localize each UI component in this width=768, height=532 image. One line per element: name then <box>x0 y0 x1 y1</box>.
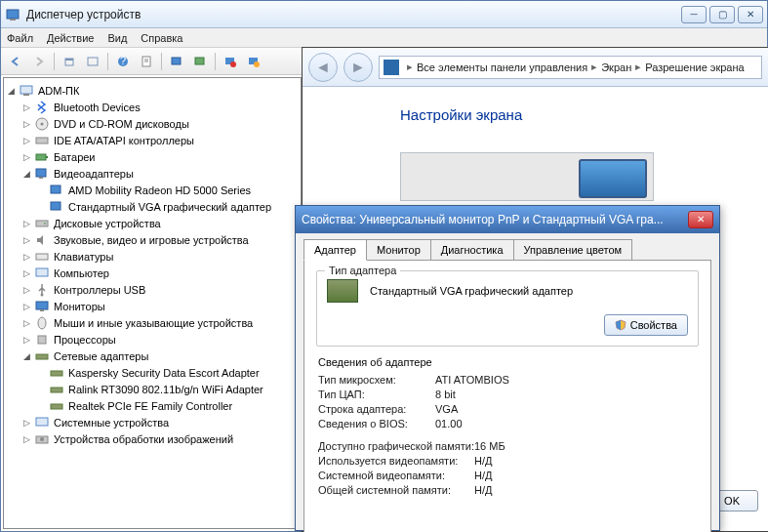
value-graphics-memory: 16 МБ <box>474 440 505 452</box>
breadcrumb-display[interactable]: Экран <box>601 61 631 73</box>
tree-computer[interactable]: ▷Компьютер <box>6 265 299 281</box>
svg-point-34 <box>38 317 46 329</box>
svg-rect-39 <box>51 404 62 409</box>
svg-point-19 <box>41 122 44 125</box>
toolbar-show[interactable] <box>82 51 103 72</box>
group-title: Сведения об адаптере <box>318 356 697 368</box>
expand-icon[interactable]: ▷ <box>21 118 32 129</box>
tree-net-kaspersky[interactable]: Kaspersky Security Data Escort Adapter <box>6 364 299 381</box>
close-button[interactable]: ✕ <box>738 6 763 23</box>
label-system-video-memory: Системной видеопамяти: <box>318 470 474 481</box>
monitor-thumbnail[interactable] <box>579 159 647 198</box>
adapter-properties-button[interactable]: Свойства <box>604 314 688 336</box>
expand-icon[interactable]: ▷ <box>21 251 32 262</box>
toolbar-uninstall[interactable] <box>220 51 241 72</box>
tree-net[interactable]: ◢Сетевые адаптеры <box>6 348 299 364</box>
group-title: Тип адаптера <box>325 265 400 276</box>
toolbar-forward[interactable] <box>28 51 50 72</box>
tree-dvd[interactable]: ▷DVD и CD-ROM дисководы <box>6 115 299 132</box>
adapter-card-icon <box>327 279 358 303</box>
value-chip-type: ATI ATOMBIOS <box>435 374 509 386</box>
minimize-button[interactable]: ─ <box>681 6 707 23</box>
controller-icon <box>34 133 50 148</box>
tree-system[interactable]: ▷Системные устройства <box>6 414 299 430</box>
tree-video-vga[interactable]: Стандартный VGA графический адаптер <box>6 198 299 215</box>
tab-diagnostics[interactable]: Диагностика <box>430 239 514 260</box>
menu-action[interactable]: Действие <box>47 32 94 44</box>
chevron-right-icon: ▸ <box>635 61 641 73</box>
tab-monitor[interactable]: Монитор <box>366 239 431 260</box>
menu-view[interactable]: Вид <box>107 32 127 44</box>
tree-cpu[interactable]: ▷Процессоры <box>6 331 299 348</box>
tree-video[interactable]: ◢Видеоадаптеры <box>6 165 299 182</box>
svg-rect-29 <box>36 254 48 260</box>
expand-icon[interactable]: ▷ <box>21 267 32 278</box>
collapse-icon[interactable]: ◢ <box>21 168 32 179</box>
tree-disk[interactable]: ▷Дисковые устройства <box>6 215 299 231</box>
expand-icon[interactable]: ▷ <box>21 218 32 228</box>
tab-strip: Адаптер Монитор Диагностика Управление ц… <box>296 233 719 260</box>
tab-color-management[interactable]: Управление цветом <box>513 239 633 260</box>
breadcrumb-resolution[interactable]: Разрешение экрана <box>645 61 744 73</box>
expand-icon[interactable]: ▷ <box>21 301 32 311</box>
tree-imaging[interactable]: ▷Устройства обработки изображений <box>6 430 299 447</box>
menu-help[interactable]: Справка <box>141 32 182 44</box>
expand-icon[interactable]: ▷ <box>21 334 32 345</box>
tree-sound[interactable]: ▷Звуковые, видео и игровые устройства <box>6 231 299 248</box>
expand-icon[interactable]: ▷ <box>21 284 32 295</box>
tree-keyboard[interactable]: ▷Клавиатуры <box>6 248 299 265</box>
toolbar-disable[interactable] <box>243 51 264 72</box>
tree-bluetooth[interactable]: ▷Bluetooth Devices <box>6 99 299 115</box>
tree-net-ralink[interactable]: Ralink RT3090 802.11b/g/n WiFi Adapter <box>6 381 299 397</box>
keyboard-icon <box>34 249 50 265</box>
tree-monitor[interactable]: ▷Мониторы <box>6 298 299 314</box>
value-bios-info: 01.00 <box>435 418 463 430</box>
tree-battery[interactable]: ▷Батареи <box>6 148 299 165</box>
expand-icon[interactable]: ▷ <box>21 135 32 145</box>
tree-ide[interactable]: ▷IDE ATA/ATAPI контроллеры <box>6 132 299 148</box>
nav-forward-button[interactable]: ► <box>344 53 373 82</box>
toolbar-help[interactable]: ? <box>112 51 134 72</box>
titlebar[interactable]: Диспетчер устройств ─ ▢ ✕ <box>1 1 767 28</box>
expand-icon[interactable]: ▷ <box>21 417 32 428</box>
usb-icon <box>34 282 50 298</box>
collapse-icon[interactable]: ◢ <box>6 85 17 96</box>
monitor-preview[interactable] <box>400 152 654 201</box>
network-icon <box>34 348 50 364</box>
breadcrumb-control-panel[interactable]: Все элементы панели управления <box>417 61 587 73</box>
tree-root[interactable]: ◢ADM-ПК <box>6 82 299 99</box>
expand-icon[interactable]: ▷ <box>21 433 32 444</box>
expand-icon[interactable]: ▷ <box>21 234 32 245</box>
expand-icon[interactable]: ▷ <box>21 151 32 162</box>
adapter-info-group: Сведения об адаптере Тип микросхем:ATI A… <box>316 356 699 496</box>
toolbar-up[interactable] <box>59 51 80 72</box>
toolbar-update[interactable] <box>189 51 211 72</box>
svg-rect-17 <box>23 94 29 96</box>
breadcrumb[interactable]: ▸ Все элементы панели управления ▸ Экран… <box>379 56 762 79</box>
label-shared-system-memory: Общей системной памяти: <box>318 484 474 496</box>
toolbar-scan[interactable] <box>166 51 187 72</box>
svg-point-15 <box>254 61 260 67</box>
tree-net-realtek[interactable]: Realtek PCIe FE Family Controller <box>6 397 299 414</box>
maximize-button[interactable]: ▢ <box>709 6 735 23</box>
svg-rect-20 <box>36 138 48 143</box>
device-tree[interactable]: ◢ADM-ПК ▷Bluetooth Devices ▷DVD и CD-ROM… <box>3 77 302 529</box>
display-adapter-icon <box>49 183 64 198</box>
tree-mouse[interactable]: ▷Мыши и иные указывающие устройства <box>6 314 299 331</box>
collapse-icon[interactable]: ◢ <box>21 350 32 361</box>
nav-back-button[interactable]: ◄ <box>308 53 338 82</box>
window-title: Диспетчер устройств <box>26 8 681 21</box>
tree-video-amd[interactable]: AMD Mobility Radeon HD 5000 Series <box>6 182 299 198</box>
expand-icon[interactable]: ▷ <box>21 102 32 112</box>
tree-usb[interactable]: ▷Контроллеры USB <box>6 281 299 298</box>
tab-adapter[interactable]: Адаптер <box>303 239 367 261</box>
expand-icon[interactable]: ▷ <box>21 317 32 328</box>
close-button[interactable]: ✕ <box>688 211 713 228</box>
toolbar-back[interactable] <box>5 51 26 72</box>
label-video-memory-used: Используется видеопамяти: <box>318 455 474 467</box>
toolbar-properties[interactable] <box>136 51 157 72</box>
cpu-icon <box>34 332 50 348</box>
dialog-titlebar[interactable]: Свойства: Универсальный монитор PnP и Ст… <box>296 206 719 233</box>
menu-file[interactable]: Файл <box>7 32 33 44</box>
svg-rect-24 <box>39 177 43 179</box>
